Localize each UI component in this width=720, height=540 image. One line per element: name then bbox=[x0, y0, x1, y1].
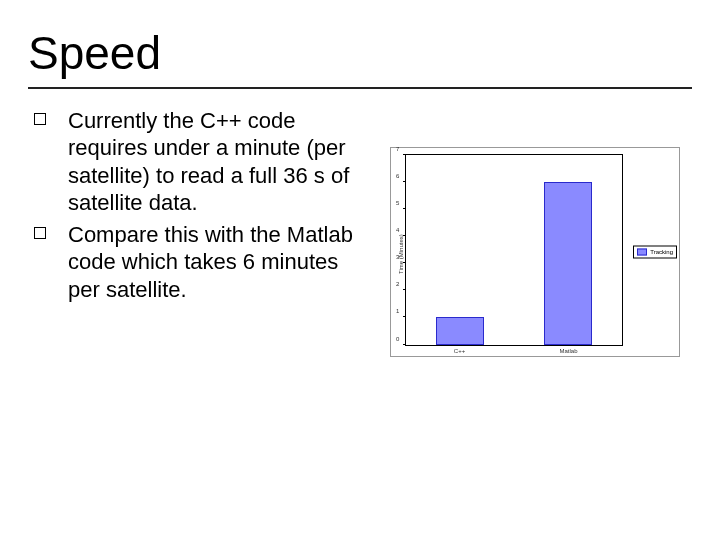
bar-matlab bbox=[544, 182, 592, 345]
ytick-label: 2 bbox=[396, 281, 399, 287]
xtick-label: C++ bbox=[405, 346, 514, 354]
ytick-mark bbox=[403, 316, 406, 317]
legend-label: Tracking bbox=[650, 249, 673, 255]
plot-area: 0 1 2 3 4 5 6 7 bbox=[405, 154, 623, 346]
ytick-mark bbox=[403, 208, 406, 209]
bullet-text: Currently the C++ code requires under a … bbox=[68, 108, 349, 216]
ytick-label: 3 bbox=[396, 254, 399, 260]
slide-title: Speed bbox=[28, 28, 692, 79]
square-bullet-icon bbox=[34, 227, 46, 239]
title-underline bbox=[28, 87, 692, 89]
ytick-label: 4 bbox=[396, 227, 399, 233]
ytick-label: 5 bbox=[396, 200, 399, 206]
ytick-mark bbox=[403, 235, 406, 236]
ytick-label: 0 bbox=[396, 336, 399, 342]
ytick-label: 6 bbox=[396, 173, 399, 179]
bar-chart: Time (Minutes) 0 1 2 3 4 5 bbox=[390, 147, 680, 357]
ytick-mark bbox=[403, 262, 406, 263]
ytick-mark bbox=[403, 154, 406, 155]
bullet-list: Currently the C++ code requires under a … bbox=[28, 107, 374, 308]
xtick-label: Matlab bbox=[514, 346, 623, 354]
slide: Speed Currently the C++ code requires un… bbox=[0, 0, 720, 540]
ytick-label: 7 bbox=[396, 146, 399, 152]
ytick-mark bbox=[403, 289, 406, 290]
ytick-mark bbox=[403, 344, 406, 345]
legend-swatch-icon bbox=[637, 248, 647, 255]
bar-cpp bbox=[436, 317, 484, 344]
square-bullet-icon bbox=[34, 113, 46, 125]
list-item: Currently the C++ code requires under a … bbox=[28, 107, 374, 217]
bullet-text: Compare this with the Matlab code which … bbox=[68, 222, 353, 302]
list-item: Compare this with the Matlab code which … bbox=[28, 221, 374, 304]
slide-body: Currently the C++ code requires under a … bbox=[28, 107, 692, 357]
ytick-label: 1 bbox=[396, 308, 399, 314]
chart-legend: Tracking bbox=[633, 245, 677, 258]
chart-container: Time (Minutes) 0 1 2 3 4 5 bbox=[390, 107, 692, 357]
ytick-mark bbox=[403, 181, 406, 182]
x-axis: C++ Matlab bbox=[405, 346, 623, 354]
